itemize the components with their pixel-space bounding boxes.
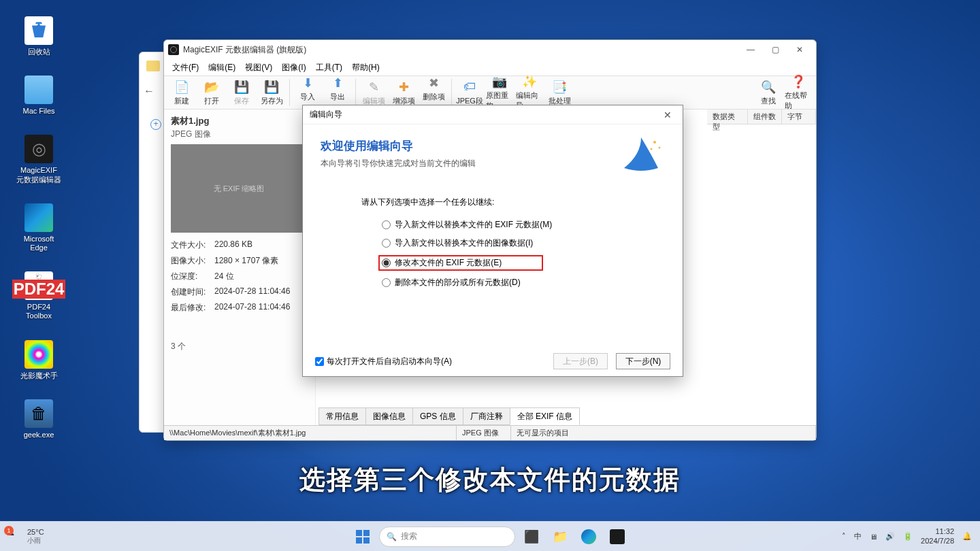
wizard-titlebar[interactable]: 编辑向导 ✕: [303, 105, 683, 124]
svg-point-0: [653, 141, 656, 144]
tb-help[interactable]: ❓在线帮助: [783, 71, 813, 114]
taskbar-edge[interactable]: [576, 524, 601, 549]
start-button[interactable]: [350, 524, 375, 549]
thumbnail-placeholder: 无 EXIF 缩略图: [171, 144, 307, 233]
minimize-button[interactable]: —: [738, 41, 763, 58]
help-icon: ❓: [791, 74, 806, 89]
tb-saveas[interactable]: 💾另存为: [257, 77, 287, 109]
desktop-icon-magicexif[interactable]: ◎ MagicEXIF 元数据编辑器: [15, 135, 63, 184]
tray-clock[interactable]: 11:32 2024/7/28: [921, 527, 954, 545]
search-icon: 🔍: [761, 80, 776, 95]
pdf24-icon: 🐑PDF24: [24, 271, 53, 300]
value-modified: 2024-07-28 11:04:46: [214, 302, 308, 314]
statusbar: \\Mac\Home\Movies\mexif\素材\素材1.jpg JPEG …: [164, 425, 816, 440]
folder-icon: [146, 61, 160, 71]
wizard-option-import-exif[interactable]: 导入新文件以替换本文件的 EXIF 元数据(M): [382, 219, 665, 231]
export-icon: ⬆: [330, 76, 345, 90]
magicexif-icon: ◎: [24, 135, 53, 163]
item-count: 3 个: [171, 341, 308, 352]
taskbar-taskview[interactable]: ⬛: [519, 524, 544, 549]
tab-all-exif[interactable]: 全部 EXIF 信息: [510, 407, 580, 425]
open-icon: 📂: [204, 80, 219, 95]
wizard-next-button[interactable]: 下一步(N): [616, 353, 670, 369]
th-datatype[interactable]: 数据类型: [707, 110, 748, 124]
taskbar-search[interactable]: 🔍搜索: [379, 527, 515, 547]
icon-label: Mac Files: [22, 107, 54, 116]
label-bitdepth: 位深度:: [171, 271, 214, 282]
edit-item-icon: ✎: [366, 80, 381, 95]
back-arrow-icon[interactable]: ←: [144, 85, 154, 97]
wizard-autol始化-checkbox[interactable]: 每次打开文件后自动启动本向导(A): [315, 356, 452, 367]
tb-find[interactable]: 🔍查找: [753, 77, 783, 109]
menu-edit[interactable]: 编辑(E): [204, 61, 240, 75]
wizard-icon: ✨: [522, 74, 537, 89]
wizard-option-import-image[interactable]: 导入新文件以替换本文件的图像数据(I): [382, 237, 665, 249]
tb-additem[interactable]: ✚增添项: [389, 77, 419, 109]
window-title: MagicEXIF 元数据编辑器 (旗舰版): [183, 44, 306, 56]
new-file-icon: 📄: [174, 80, 189, 95]
label-modified: 最后修改:: [171, 302, 214, 314]
new-icon[interactable]: +: [150, 119, 161, 130]
wizard-option-delete[interactable]: 删除本文件的部分或所有元数据(D): [382, 277, 665, 288]
th-components[interactable]: 组件数: [748, 110, 782, 124]
desktop-icon-pdf24[interactable]: 🐑PDF24 PDF24 Toolbox: [15, 271, 63, 320]
wizard-title: 编辑向导: [310, 109, 342, 120]
svg-rect-4: [363, 530, 370, 536]
taskbar-weather[interactable]: ☁ 25°C 小雨: [0, 528, 51, 546]
add-item-icon: ✚: [396, 80, 411, 95]
wizard-prompt: 请从下列选项中选择一个任务以继续:: [361, 197, 665, 208]
desktop-icon-photoeditor[interactable]: 光影魔术手: [15, 340, 63, 380]
side-panel: 素材1.jpg JPEG 图像 无 EXIF 缩略图 文件大小:220.86 K…: [164, 110, 315, 425]
icon-label: 光影魔术手: [20, 371, 58, 380]
tray-notifications-icon[interactable]: 🔔: [962, 532, 972, 541]
taskbar-center: 🔍搜索 ⬛ 📁: [350, 524, 630, 549]
desktop-icon-mac-files[interactable]: Mac Files: [15, 76, 63, 116]
tray-chevron-icon[interactable]: ˄: [842, 532, 846, 541]
tab-maker[interactable]: 厂商注释: [463, 407, 510, 425]
desktop-icons: 回收站 Mac Files ◎ MagicEXIF 元数据编辑器 Microso…: [15, 16, 63, 439]
weather-cond: 小雨: [27, 536, 44, 546]
wizard-subtitle: 本向导将引导你快速完成对当前文件的编辑: [321, 158, 665, 169]
menu-help[interactable]: 帮助(H): [348, 61, 384, 75]
batch-icon: 📑: [552, 80, 567, 95]
desktop-icon-recycle-bin[interactable]: 回收站: [15, 16, 63, 56]
video-caption: 选择第三个修改本文件的元数据: [299, 463, 681, 497]
tb-save: 💾保存: [227, 77, 257, 109]
value-bitdepth: 24 位: [214, 271, 308, 282]
status-path: \\Mac\Home\Movies\mexif\素材\素材1.jpg: [164, 426, 457, 440]
tray-network-icon[interactable]: 🖥: [870, 533, 877, 541]
tb-open[interactable]: 📂打开: [197, 77, 227, 109]
desktop-icon-geek[interactable]: 🗑 geek.exe: [15, 399, 63, 439]
wizard-close-button[interactable]: ✕: [659, 110, 676, 120]
delete-item-icon: ✖: [426, 76, 441, 90]
menu-view[interactable]: 视图(V): [241, 61, 276, 75]
taskbar-magicexif[interactable]: [605, 524, 630, 549]
tray-volume-icon[interactable]: 🔊: [885, 532, 895, 541]
tb-batch[interactable]: 📑批处理: [544, 77, 574, 109]
close-button[interactable]: ✕: [787, 41, 812, 58]
tab-gps[interactable]: GPS 信息: [412, 407, 463, 425]
wizard-option-modify-exif[interactable]: 修改本文件的 EXIF 元数据(E): [379, 256, 542, 270]
tab-common[interactable]: 常用信息: [318, 407, 366, 425]
tb-new[interactable]: 📄新建: [167, 77, 197, 109]
file-type: JPEG 图像: [171, 129, 308, 140]
tab-image[interactable]: 图像信息: [365, 407, 413, 425]
folder-icon: [24, 76, 53, 104]
menu-file[interactable]: 文件(F): [168, 61, 203, 75]
save-icon: 💾: [234, 80, 249, 95]
taskbar-explorer[interactable]: 📁: [548, 524, 572, 549]
tb-jpeg[interactable]: 🏷JPEG段: [455, 77, 485, 109]
svg-point-1: [659, 147, 661, 149]
th-bytes[interactable]: 字节: [782, 110, 816, 124]
icon-label: geek.exe: [24, 431, 54, 439]
maximize-button[interactable]: ▢: [763, 41, 787, 58]
tray-ime[interactable]: 中: [854, 531, 862, 541]
tb-edititem: ✎编辑项: [359, 77, 389, 109]
value-imagesize: 1280 × 1707 像素: [214, 255, 308, 267]
desktop-icon-edge[interactable]: Microsoft Edge: [15, 203, 63, 252]
taskbar: ☁ 25°C 小雨 🔍搜索 ⬛ 📁 ˄ 中 🖥 🔊 🔋 11:32 2024/7…: [0, 521, 980, 551]
wizard-hat-icon: [617, 134, 665, 175]
recycle-bin-icon: [24, 16, 53, 45]
tray-battery-icon[interactable]: 🔋: [903, 532, 913, 541]
titlebar[interactable]: MagicEXIF 元数据编辑器 (旗舰版) — ▢ ✕: [164, 40, 816, 59]
